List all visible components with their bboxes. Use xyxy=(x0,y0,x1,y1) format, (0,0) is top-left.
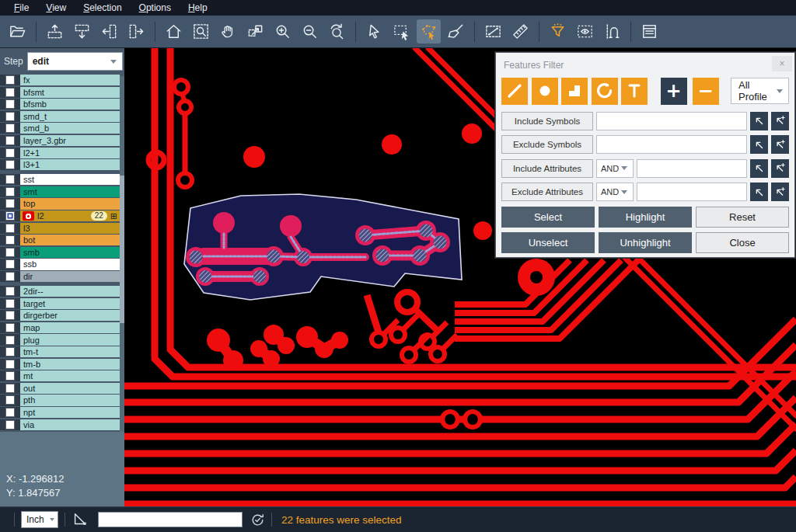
layer-row[interactable]: smb xyxy=(0,247,120,258)
layer-name-cell[interactable]: sst xyxy=(20,174,120,185)
layer-row[interactable]: smd_b xyxy=(0,123,120,134)
menu-item[interactable]: Help xyxy=(180,1,215,16)
layer-row[interactable]: plug xyxy=(0,334,120,345)
pick-add-from-canvas-button[interactable] xyxy=(771,112,789,130)
layer-name-cell[interactable]: l3 xyxy=(20,223,120,234)
layer-name-cell[interactable]: l2 22 ⊞ xyxy=(20,210,120,221)
layer-name-cell[interactable]: plug xyxy=(20,334,120,345)
layer-visibility-checkbox[interactable] xyxy=(0,186,20,197)
remove-filter-button[interactable]: − xyxy=(693,78,719,105)
filter-input[interactable] xyxy=(596,135,747,154)
layer-row[interactable]: pth xyxy=(0,395,120,405)
layer-visibility-checkbox[interactable] xyxy=(0,310,20,321)
pick-from-canvas-button[interactable] xyxy=(750,135,768,154)
pan-right-icon[interactable] xyxy=(124,19,148,43)
pick-add-from-canvas-button[interactable] xyxy=(771,135,789,154)
layer-row[interactable]: mt xyxy=(0,370,120,381)
layer-visibility-checkbox[interactable] xyxy=(0,286,20,297)
layer-name-cell[interactable]: via xyxy=(20,419,120,430)
layer-row[interactable]: smd_t xyxy=(0,111,120,122)
pan-up-icon[interactable] xyxy=(43,19,67,43)
layer-visibility-checkbox[interactable] xyxy=(0,123,20,134)
layer-name-cell[interactable]: 2dir-- xyxy=(20,286,120,297)
layer-name-cell[interactable]: mt xyxy=(20,370,120,381)
layer-row[interactable]: fx xyxy=(0,75,120,85)
layer-visibility-checkbox[interactable] xyxy=(0,346,20,357)
layer-name-cell[interactable]: dir xyxy=(20,271,120,282)
pick-add-from-canvas-button[interactable] xyxy=(771,183,789,201)
unselect-button[interactable]: Unselect xyxy=(501,232,595,253)
layer-visibility-checkbox[interactable] xyxy=(0,359,20,370)
layer-name-cell[interactable]: map xyxy=(20,322,120,333)
layer-row[interactable]: bot xyxy=(0,235,120,245)
layer-visibility-checkbox[interactable] xyxy=(0,247,20,258)
home-view-icon[interactable] xyxy=(162,19,186,43)
menu-item[interactable]: File xyxy=(6,1,37,16)
layer-row[interactable]: top xyxy=(0,198,120,209)
layer-row[interactable]: target xyxy=(0,298,120,309)
layer-visibility-checkbox[interactable] xyxy=(0,419,20,430)
swap-view-icon[interactable] xyxy=(243,19,267,43)
layer-visibility-checkbox[interactable] xyxy=(0,174,20,185)
add-filter-button[interactable]: + xyxy=(661,78,687,105)
layer-row[interactable]: ssb xyxy=(0,259,120,269)
layer-visibility-checkbox[interactable] xyxy=(0,322,20,333)
select-cursor-icon[interactable] xyxy=(362,19,386,43)
layer-row[interactable]: tm-b xyxy=(0,359,120,370)
unit-select[interactable]: Inch xyxy=(21,511,58,528)
layer-row[interactable]: layer_3.gbr xyxy=(0,135,120,146)
rectangle-select-icon[interactable] xyxy=(389,19,414,43)
sync-check-icon[interactable] xyxy=(250,513,265,527)
layer-name-cell[interactable]: l3+1 xyxy=(20,159,120,170)
select-button[interactable]: Select xyxy=(501,207,595,228)
layer-row[interactable]: 2dir-- xyxy=(0,286,120,297)
zoom-out-icon[interactable] xyxy=(298,19,322,43)
ruler-icon[interactable] xyxy=(508,19,532,43)
pan-down-icon[interactable] xyxy=(70,19,94,43)
highlight-button[interactable]: Highlight xyxy=(599,207,692,228)
layer-visibility-checkbox[interactable] xyxy=(0,87,20,98)
reset-button[interactable]: Reset xyxy=(696,207,789,228)
layer-row[interactable]: dirgerber xyxy=(0,310,120,321)
layer-row[interactable]: dir xyxy=(0,271,120,282)
layer-name-cell[interactable]: l2+1 xyxy=(20,148,120,158)
layer-name-cell[interactable]: pth xyxy=(20,395,120,405)
layer-visibility-checkbox[interactable] xyxy=(0,111,20,122)
filter-row-label-button[interactable]: Include Attributes xyxy=(501,159,593,178)
logic-select[interactable]: AND xyxy=(596,183,634,201)
zoom-in-icon[interactable] xyxy=(271,19,295,43)
features-filter-icon[interactable] xyxy=(546,19,570,43)
layer-name-cell[interactable]: layer_3.gbr xyxy=(20,135,120,146)
pick-add-from-canvas-button[interactable] xyxy=(771,159,789,178)
filter-row-label-button[interactable]: Include Symbols xyxy=(501,112,593,130)
unhighlight-button[interactable]: Unhighlight xyxy=(599,232,692,253)
layer-name-cell[interactable]: smd_b xyxy=(20,123,120,134)
close-button[interactable]: Close xyxy=(696,232,789,253)
layer-visibility-checkbox[interactable] xyxy=(0,198,20,209)
menu-item[interactable]: View xyxy=(38,1,74,16)
layer-name-cell[interactable]: smb xyxy=(20,247,120,258)
layer-visibility-checkbox[interactable] xyxy=(0,271,20,282)
snap-trace-icon[interactable] xyxy=(600,19,624,43)
command-input[interactable] xyxy=(98,512,243,527)
measure-distance-icon[interactable] xyxy=(481,19,505,43)
pick-from-canvas-button[interactable] xyxy=(750,183,768,201)
menu-item[interactable]: Options xyxy=(131,1,179,16)
layer-name-cell[interactable]: smd_t xyxy=(20,111,120,122)
layer-name-cell[interactable]: smt xyxy=(20,186,120,197)
layer-visibility-checkbox[interactable] xyxy=(0,223,20,234)
layer-visibility-checkbox[interactable] xyxy=(0,235,20,245)
layer-name-cell[interactable]: target xyxy=(20,298,120,309)
layer-name-cell[interactable]: bfsmb xyxy=(20,99,120,110)
log-panel-icon[interactable] xyxy=(637,19,662,43)
layer-name-cell[interactable]: bot xyxy=(20,235,120,245)
arc-filter-icon[interactable] xyxy=(592,78,618,105)
layer-name-cell[interactable]: fx xyxy=(20,75,120,85)
layer-visibility-checkbox[interactable] xyxy=(0,135,20,146)
surface-filter-icon[interactable] xyxy=(561,78,588,105)
layer-row[interactable]: l3+1 xyxy=(0,159,120,170)
layer-name-cell[interactable]: bfsmt xyxy=(20,87,120,98)
layer-visibility-checkbox[interactable] xyxy=(0,75,20,85)
layer-visibility-checkbox[interactable] xyxy=(0,395,20,405)
pick-from-canvas-button[interactable] xyxy=(750,112,768,130)
